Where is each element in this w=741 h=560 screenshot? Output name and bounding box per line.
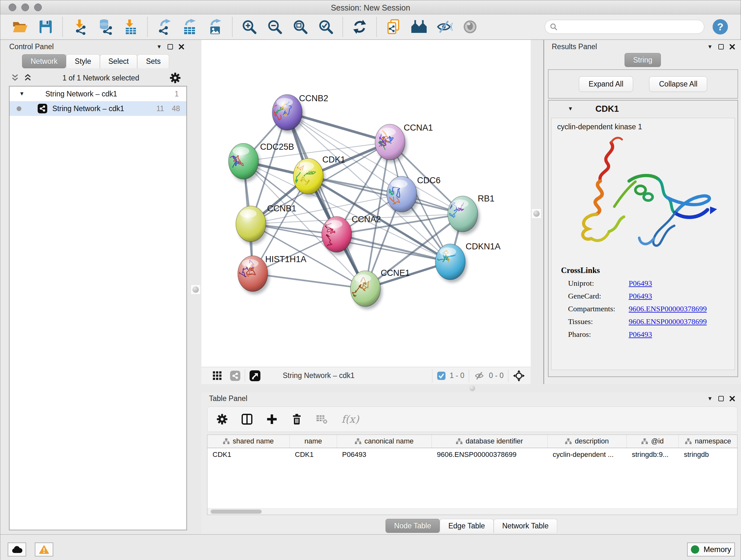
help-button[interactable]: ? (713, 19, 728, 35)
column-header-namespace[interactable]: namespace (679, 435, 738, 448)
crosslink-link[interactable]: P06493 (629, 330, 652, 339)
show-all-icon[interactable] (461, 17, 479, 37)
export-image-icon[interactable] (206, 17, 224, 37)
birdseye-view-icon[interactable] (250, 370, 260, 381)
divider-handle[interactable] (533, 210, 540, 217)
hide-selected-icon[interactable] (435, 17, 454, 37)
panel-divider[interactable] (531, 40, 543, 385)
network-node-CCNE1[interactable] (350, 271, 382, 309)
panel-close-icon[interactable] (730, 396, 735, 401)
delete-column-trash-icon[interactable] (291, 414, 302, 425)
memory-button[interactable]: Memory (687, 543, 735, 557)
import-table-from-file-icon[interactable] (122, 17, 139, 37)
network-node-CDKN1A[interactable] (435, 244, 467, 283)
column-header-name[interactable]: name (290, 435, 337, 448)
add-column-icon[interactable] (266, 414, 278, 425)
table-cell[interactable]: stringdb:9... (627, 448, 679, 462)
column-header-description[interactable]: description (548, 435, 627, 448)
result-entry-header[interactable]: ▼ CDK1 (549, 101, 738, 117)
column-header-database-identifier[interactable]: database identifier (432, 435, 548, 448)
table-options-gear-icon[interactable] (216, 414, 228, 425)
horizontal-scrollbar[interactable] (207, 508, 737, 515)
tab-network-table[interactable]: Network Table (494, 519, 557, 533)
divider-handle[interactable] (469, 385, 475, 391)
first-neighbors-icon[interactable] (410, 17, 428, 37)
network-node-CCNA2[interactable] (321, 216, 354, 255)
import-network-from-file-icon[interactable] (71, 17, 88, 37)
fit-selected-crosshair-icon[interactable] (513, 370, 525, 382)
zoom-out-icon[interactable] (266, 17, 284, 37)
expand-all-tree-icon[interactable] (11, 74, 19, 82)
collapse-all-button[interactable]: Collapse All (649, 76, 707, 92)
column-header--id[interactable]: @id (627, 435, 679, 448)
table-cell[interactable]: 9606.ENSP00000378699 (432, 448, 548, 462)
save-session-icon[interactable] (37, 17, 55, 37)
clone-network-icon[interactable] (385, 17, 402, 37)
crosslink-link[interactable]: 9606.ENSP00000378699 (629, 305, 707, 313)
network-view[interactable]: CCNB2CCNA1CDC25BCDK1CDC6RB1CCNB1CCNA2CDK… (201, 40, 531, 367)
table-cell[interactable]: CDK1 (207, 448, 290, 462)
tab-node-table[interactable]: Node Table (386, 519, 440, 533)
zoom-in-icon[interactable] (240, 17, 258, 37)
zoom-fit-icon[interactable] (291, 17, 309, 37)
apply-layout-icon[interactable] (351, 17, 368, 37)
panel-close-icon[interactable] (179, 44, 184, 50)
export-network-icon[interactable] (155, 17, 173, 37)
cloud-button[interactable] (8, 543, 26, 557)
network-node-CDK1[interactable] (293, 159, 325, 197)
panel-divider[interactable] (201, 384, 741, 392)
expand-all-button[interactable]: Expand All (579, 76, 633, 92)
divider-handle[interactable] (192, 287, 199, 293)
search-input[interactable] (561, 23, 699, 31)
network-node-CCNA1[interactable] (375, 124, 407, 163)
collapse-all-tree-icon[interactable] (24, 74, 32, 82)
network-view-icon[interactable] (230, 371, 240, 381)
panel-float-icon[interactable]: ▼ (707, 395, 713, 402)
open-session-icon[interactable] (11, 17, 29, 37)
search-box[interactable] (545, 20, 704, 34)
show-columns-icon[interactable] (241, 414, 253, 425)
panel-detach-icon[interactable] (718, 396, 724, 401)
tree-expand-icon[interactable]: ▼ (19, 91, 24, 97)
crosslink-label: Compartments: (568, 305, 629, 313)
table-cell[interactable]: P06493 (337, 448, 432, 462)
table-cell[interactable]: stringdb (679, 448, 738, 462)
node-table[interactable]: shared namenamecanonical namedatabase id… (207, 435, 738, 515)
entry-collapse-icon[interactable]: ▼ (568, 106, 573, 112)
panel-float-icon[interactable]: ▼ (156, 44, 162, 50)
panel-divider[interactable] (189, 40, 201, 534)
column-header-canonical-name[interactable]: canonical name (337, 435, 432, 448)
crosslink-link[interactable]: 9606.ENSP00000378699 (629, 317, 707, 326)
hidden-eye-icon[interactable] (474, 371, 486, 381)
panel-detach-icon[interactable] (167, 44, 173, 50)
table-cell[interactable]: cyclin-dependent ... (548, 448, 627, 462)
tab-style[interactable]: Style (66, 54, 99, 68)
panel-detach-icon[interactable] (718, 44, 724, 50)
zoom-selected-icon[interactable] (317, 17, 335, 37)
table-row[interactable]: CDK1CDK1P064939606.ENSP00000378699cyclin… (207, 448, 737, 462)
network-node-CCNB1[interactable] (236, 206, 268, 245)
tab-sets[interactable]: Sets (137, 54, 169, 68)
warnings-button[interactable] (35, 543, 53, 557)
import-network-from-database-icon[interactable] (96, 17, 114, 37)
table-cell[interactable]: CDK1 (290, 448, 337, 462)
column-header-shared-name[interactable]: shared name (207, 435, 290, 448)
scrollbar-thumb[interactable] (211, 509, 262, 514)
tab-network[interactable]: Network (22, 54, 66, 68)
panel-float-icon[interactable]: ▼ (707, 44, 713, 50)
tab-edge-table[interactable]: Edge Table (440, 519, 494, 533)
network-collection-row[interactable]: ▼ String Network – cdk1 1 (10, 86, 186, 101)
network-node-CDC6[interactable] (387, 176, 419, 215)
grid-view-icon[interactable] (213, 371, 222, 380)
network-options-gear-icon[interactable] (170, 72, 181, 84)
network-row[interactable]: String Network – cdk1 11 48 (10, 101, 186, 116)
crosslink-link[interactable]: P06493 (629, 292, 652, 300)
crosslink-link[interactable]: P06493 (629, 279, 652, 288)
selected-checkbox-icon[interactable] (437, 371, 446, 380)
export-table-icon[interactable] (181, 17, 199, 37)
network-node-RB1[interactable] (447, 196, 480, 235)
network-node-HIST1H1A[interactable] (238, 256, 270, 294)
panel-close-icon[interactable] (730, 44, 735, 50)
tab-select[interactable]: Select (100, 54, 138, 68)
tab-string[interactable]: String (624, 53, 661, 67)
